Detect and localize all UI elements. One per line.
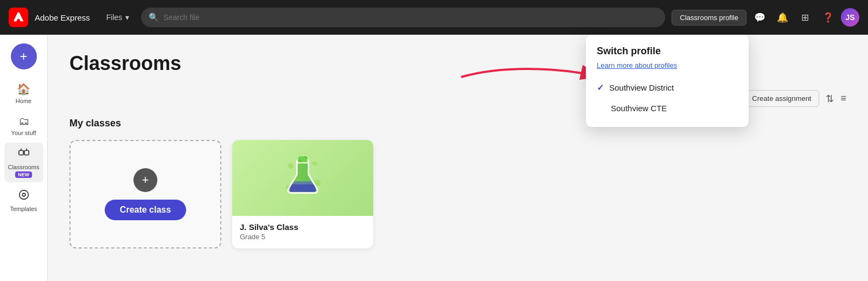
folder-icon: 🗂: [18, 115, 29, 127]
list-icon: ≡: [840, 93, 846, 104]
classrooms-profile-button[interactable]: Classrooms profile: [672, 10, 746, 25]
create-class-plus-icon: +: [133, 168, 157, 192]
sort-icon-button[interactable]: ⇅: [826, 93, 834, 105]
class-card-grade: Grade 5: [240, 233, 366, 241]
svg-point-7: [288, 163, 293, 169]
list-view-icon-button[interactable]: ≡: [840, 93, 846, 104]
create-assignment-button[interactable]: Create assignment: [744, 90, 819, 107]
class-card-image: [232, 140, 373, 216]
sidebar-item-home[interactable]: 🏠 Home: [4, 78, 43, 108]
templates-icon: [18, 189, 30, 203]
class-card-name: J. Silva's Class: [240, 222, 366, 232]
sidebar-item-templates[interactable]: Templates: [4, 184, 43, 216]
svg-rect-1: [18, 150, 23, 155]
apps-icon-button[interactable]: ⊞: [795, 8, 815, 27]
profile-option-southview-cte[interactable]: Southview CTE: [586, 98, 749, 118]
topnav: Adobe Express Files ▾ 🔍 Classrooms profi…: [0, 0, 868, 35]
sidebar-item-classrooms[interactable]: Classrooms NEW: [4, 143, 43, 182]
profile-option-southview-district[interactable]: ✓ Southview District: [586, 77, 749, 98]
classes-grid: + Create class: [69, 140, 846, 248]
app-name: Adobe Express: [35, 13, 90, 22]
user-avatar[interactable]: JS: [841, 8, 859, 27]
sidebar-add-button[interactable]: +: [11, 43, 37, 69]
new-badge: NEW: [15, 171, 32, 178]
grid-icon: ⊞: [801, 12, 809, 23]
create-class-button[interactable]: Create class: [105, 200, 186, 220]
sidebar: + 🏠 Home 🗂 Your stuff Classrooms NEW: [0, 35, 48, 281]
checkmark-icon: ✓: [597, 82, 604, 93]
classrooms-icon: [18, 147, 30, 162]
svg-point-6: [22, 193, 25, 196]
switch-profile-panel: Switch profile Learn more about profiles…: [586, 35, 749, 127]
class-card-silva[interactable]: J. Silva's Class Grade 5: [232, 140, 373, 248]
help-icon: ❓: [822, 12, 834, 23]
nav-actions: Classrooms profile 💬 🔔 ⊞ ❓ JS: [672, 8, 859, 27]
create-class-card[interactable]: + Create class: [69, 140, 221, 248]
sort-icon: ⇅: [826, 93, 834, 104]
chevron-down-icon: ▾: [125, 13, 129, 22]
home-icon: 🏠: [17, 82, 30, 95]
files-dropdown[interactable]: Files ▾: [101, 10, 135, 25]
sidebar-item-your-stuff[interactable]: 🗂 Your stuff: [4, 111, 43, 140]
bell-icon: 🔔: [777, 12, 788, 23]
class-card-info: J. Silva's Class Grade 5: [232, 216, 373, 247]
search-input[interactable]: [163, 13, 658, 22]
svg-point-8: [312, 161, 317, 166]
svg-point-5: [19, 190, 28, 200]
learn-more-link[interactable]: Learn more about profiles: [586, 61, 749, 69]
flask-illustration: [281, 156, 324, 200]
help-icon-button[interactable]: ❓: [818, 8, 838, 27]
switch-profile-title: Switch profile: [586, 46, 749, 61]
svg-rect-2: [24, 150, 28, 155]
chat-icon-button[interactable]: 💬: [750, 8, 769, 27]
chat-icon: 💬: [754, 12, 765, 23]
adobe-logo[interactable]: [9, 8, 28, 27]
search-bar[interactable]: 🔍: [141, 8, 665, 27]
search-icon: 🔍: [149, 12, 159, 22]
notifications-icon-button[interactable]: 🔔: [773, 8, 792, 27]
